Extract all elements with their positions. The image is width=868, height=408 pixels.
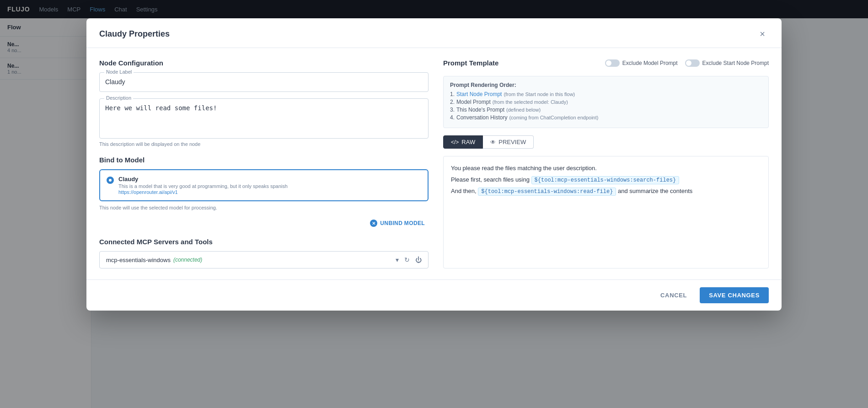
mcp-server-status: (connected) [173,257,202,263]
bind-to-model-title: Bind to Model [99,156,429,164]
prompt-order-box: Prompt Rendering Order: 1. Start Node Pr… [443,76,769,128]
tab-preview-label: PREVIEW [498,139,526,145]
toggle-start-switch[interactable] [685,59,700,67]
mcp-section-title: Connected MCP Servers and Tools [99,238,429,246]
prompt-order-item-3: 3. This Node's Prompt (defined below) [450,107,762,113]
prompt-template-title: Prompt Template [443,59,498,67]
model-name: Claudy [118,176,288,183]
modal-title: Claudy Properties [99,29,170,39]
model-hint: This node will use the selected model fo… [99,205,429,210]
prompt-line-2: Please first, search files using ${tool:… [451,175,761,185]
toggle-group: Exclude Model Prompt Exclude Start Node … [605,59,769,67]
mcp-actions: ▾ ↻ ⏻ [396,256,422,263]
mcp-refresh-icon[interactable]: ↻ [404,256,410,263]
node-label-input[interactable] [105,73,423,86]
tab-preview[interactable]: 👁 PREVIEW [483,135,534,149]
description-hint: This description will be displayed on th… [99,141,429,147]
toggle-exclude-model: Exclude Model Prompt [605,59,678,67]
node-label-field-label: Node Label [104,69,134,75]
model-radio[interactable] [107,177,114,184]
toggle-start-label: Exclude Start Node Prompt [702,60,769,66]
modal-close-button[interactable]: × [756,27,769,40]
toggle-exclude-start: Exclude Start Node Prompt [685,59,769,67]
order-sub-4: (coming from ChatCompletion endpoint) [509,115,598,120]
prompt-tool-tag-search: ${tool:mcp-essentials-windows:search-fil… [531,176,680,184]
description-group: Description [99,98,429,139]
description-field-label: Description [104,95,133,101]
unbind-label: UNBIND MODEL [380,220,425,226]
mcp-disconnect-icon[interactable]: ⏻ [415,256,422,263]
tab-raw-label: RAW [461,139,475,145]
order-num-4: 4. [450,114,455,121]
order-label-3: This Node's Prompt [456,107,504,113]
prompt-order-item-2: 2. Model Prompt (from the selected model… [450,99,762,105]
prompt-order-title: Prompt Rendering Order: [450,82,762,88]
prompt-order-item-4: 4. Conversation History (coming from Cha… [450,114,762,121]
prompt-line1-text: You please read the files matching the u… [451,165,597,172]
order-link-1[interactable]: Start Node Prompt [456,91,502,97]
order-label-4: Conversation History [456,114,507,121]
order-sub-1: (from the Start node in this flow) [504,91,575,97]
toggle-model-switch[interactable] [605,59,620,67]
order-label-2: Model Prompt [456,99,491,105]
preview-eye-icon: 👁 [490,139,496,145]
save-changes-button[interactable]: SAVE CHANGES [700,287,769,303]
prompt-line-1: You please read the files matching the u… [451,164,761,173]
model-desc: This is a model that is very good at pro… [118,183,288,189]
modal-backdrop: Claudy Properties × Node Configuration N… [0,0,868,408]
prompt-line2-pre: Please first, search files using [451,176,531,183]
modal-footer: CANCEL SAVE CHANGES [86,279,782,311]
modal-body: Node Configuration Node Label Descriptio… [86,48,782,279]
prompt-line-3: And then, ${tool:mcp-essentials-windows:… [451,187,761,196]
tab-raw[interactable]: </> RAW [443,135,483,149]
mcp-server-row: mcp-essentials-windows (connected) ▾ ↻ ⏻ [99,251,429,268]
order-sub-2: (from the selected model: Claudy) [493,99,568,105]
raw-code-icon: </> [451,139,459,145]
mcp-section: Connected MCP Servers and Tools mcp-esse… [99,238,429,268]
prompt-line3-post: and summarize the contents [616,188,692,194]
unbind-icon: ✕ [370,220,377,227]
order-sub-3: (defined below) [506,107,541,113]
mcp-chevron-icon[interactable]: ▾ [396,256,399,263]
right-panel-header: Prompt Template Exclude Model Prompt Exc… [443,59,769,67]
mcp-name-status: mcp-essentials-windows (connected) [106,257,202,263]
unbind-model-button[interactable]: ✕ UNBIND MODEL [366,218,429,229]
order-num-1: 1. [450,91,455,97]
order-num-3: 3. [450,107,455,113]
bind-to-model-section: Bind to Model Claudy This is a model tha… [99,156,429,229]
modal-header: Claudy Properties × [86,18,782,48]
cancel-button[interactable]: CANCEL [655,288,692,302]
toggle-model-label: Exclude Model Prompt [622,60,678,66]
model-card[interactable]: Claudy This is a model that is very good… [99,169,429,201]
node-label-group: Node Label [99,72,429,92]
order-num-2: 2. [450,99,455,105]
node-config-title: Node Configuration [99,59,429,67]
tab-row: </> RAW 👁 PREVIEW [443,135,769,149]
prompt-tool-tag-read: ${tool:mcp-essentials-windows:read-file} [478,188,616,196]
model-url: https://openrouter.ai/api/v1 [118,189,288,195]
node-config-section: Node Configuration Node Label Descriptio… [99,59,429,147]
prompt-order-item-1: 1. Start Node Prompt (from the Start nod… [450,91,762,97]
mcp-server-name: mcp-essentials-windows [106,257,171,263]
right-panel: Prompt Template Exclude Model Prompt Exc… [443,59,769,268]
prompt-line3-pre: And then, [451,188,478,194]
left-panel: Node Configuration Node Label Descriptio… [99,59,429,268]
modal: Claudy Properties × Node Configuration N… [86,18,782,311]
description-textarea[interactable] [105,99,423,131]
prompt-content-area[interactable]: You please read the files matching the u… [443,156,769,268]
model-info: Claudy This is a model that is very good… [118,176,288,195]
